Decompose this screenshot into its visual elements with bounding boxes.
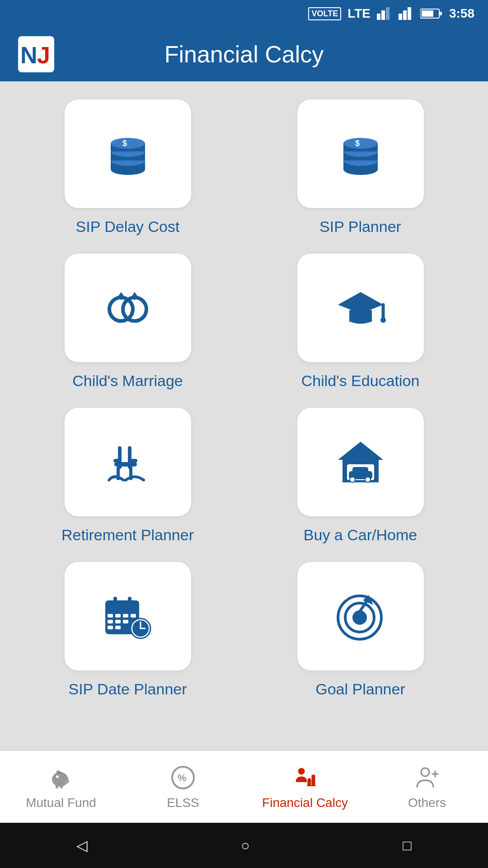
svg-point-49 [365, 477, 371, 482]
card-label-retirement-planner: Retirement Planner [61, 526, 194, 544]
svg-point-75 [64, 779, 69, 783]
back-button[interactable]: ◁ [76, 837, 88, 854]
svg-text:J: J [37, 42, 50, 68]
svg-rect-63 [128, 597, 131, 605]
svg-rect-79 [56, 785, 58, 788]
svg-rect-86 [312, 775, 315, 786]
card-icon-goal-planner [297, 562, 424, 670]
lte-label: LTE [347, 6, 371, 21]
card-icon-retirement-planner [65, 408, 191, 516]
volte-badge: VOLTE [308, 7, 341, 20]
app-title: Financial Calcy [68, 41, 420, 68]
card-icon-buy-car-home [297, 408, 424, 516]
recent-button[interactable]: □ [403, 837, 411, 854]
svg-rect-38 [114, 462, 137, 467]
svg-text:$: $ [122, 139, 127, 148]
signal-icon [377, 7, 392, 20]
app-bar: N J Financial Calcy [0, 27, 488, 81]
nav-others[interactable]: Others [366, 751, 488, 823]
svg-rect-8 [440, 12, 442, 15]
svg-rect-47 [352, 467, 368, 474]
card-icon-childs-marriage [65, 254, 191, 362]
app-logo: N J [18, 36, 54, 72]
nav-mutual-fund[interactable]: Mutual Fund [0, 751, 122, 823]
svg-marker-4 [403, 10, 407, 20]
svg-point-77 [67, 780, 68, 782]
signal-icon-2 [399, 7, 414, 20]
svg-text:$: $ [355, 139, 360, 148]
card-label-sip-planner: SIP Planner [319, 218, 401, 236]
svg-text:N: N [20, 42, 38, 68]
card-childs-marriage[interactable]: Child's Marriage [23, 254, 233, 390]
android-nav-bar: ◁ ○ □ [0, 823, 488, 868]
svg-rect-62 [113, 597, 117, 605]
svg-marker-5 [408, 7, 411, 20]
person-chart-icon [291, 764, 319, 791]
svg-rect-55 [123, 614, 128, 618]
card-sip-planner[interactable]: $ SIP Planner [255, 99, 465, 236]
battery-icon [420, 7, 443, 20]
nav-label-financial-calcy: Financial Calcy [262, 796, 348, 810]
card-icon-sip-planner: $ [297, 99, 424, 208]
card-retirement-planner[interactable]: Retirement Planner [23, 408, 233, 544]
svg-rect-57 [108, 620, 113, 623]
card-label-childs-marriage: Child's Marriage [72, 372, 183, 390]
svg-text:%: % [178, 772, 187, 783]
svg-rect-41 [113, 459, 120, 462]
main-content: $ SIP Delay Cost $ SIP Planner [0, 81, 488, 750]
svg-rect-52 [105, 606, 139, 610]
svg-point-76 [65, 780, 66, 782]
svg-marker-3 [399, 14, 402, 20]
svg-marker-0 [377, 14, 380, 20]
svg-rect-59 [123, 620, 128, 623]
svg-rect-42 [131, 459, 137, 462]
person-add-icon [413, 764, 441, 791]
card-label-sip-delay-cost: SIP Delay Cost [76, 218, 180, 236]
svg-rect-80 [60, 785, 63, 788]
svg-marker-43 [338, 442, 383, 460]
svg-point-25 [343, 138, 378, 149]
piggy-icon [47, 764, 75, 791]
nav-financial-calcy[interactable]: Financial Calcy [244, 751, 366, 823]
nav-label-elss: ELSS [167, 796, 199, 810]
card-childs-education[interactable]: Child's Education [255, 254, 465, 390]
svg-rect-61 [115, 626, 121, 629]
card-label-goal-planner: Goal Planner [315, 680, 405, 698]
bottom-nav: Mutual Fund % ELSS Financial Calcy [0, 750, 488, 823]
svg-rect-53 [108, 614, 113, 618]
card-buy-car-home[interactable]: Buy a Car/Home [255, 408, 465, 544]
svg-point-35 [380, 317, 386, 323]
home-button[interactable]: ○ [241, 837, 249, 854]
svg-point-17 [111, 138, 145, 149]
svg-rect-56 [131, 614, 136, 618]
card-icon-sip-delay-cost: $ [65, 99, 191, 208]
card-icon-sip-date [65, 562, 191, 670]
card-goal-planner[interactable]: Goal Planner [255, 562, 465, 698]
svg-rect-58 [115, 620, 121, 623]
svg-rect-85 [308, 778, 311, 786]
card-label-buy-car-home: Buy a Car/Home [304, 526, 417, 544]
card-label-sip-date: SIP Date Planner [68, 680, 187, 698]
nav-label-mutual-fund: Mutual Fund [26, 796, 96, 810]
svg-marker-2 [386, 7, 389, 20]
svg-rect-7 [422, 10, 433, 17]
time-display: 3:58 [449, 6, 474, 21]
svg-rect-54 [115, 614, 121, 618]
svg-point-88 [421, 768, 429, 776]
svg-marker-1 [381, 10, 385, 20]
svg-point-84 [298, 768, 305, 774]
card-label-childs-education: Child's Education [301, 372, 420, 390]
svg-rect-60 [108, 626, 113, 629]
card-sip-date[interactable]: SIP Date Planner [23, 562, 233, 698]
card-sip-delay-cost[interactable]: $ SIP Delay Cost [23, 99, 233, 236]
card-icon-childs-education [297, 254, 424, 362]
svg-point-48 [350, 477, 355, 482]
percent-icon: % [169, 764, 197, 791]
nav-label-others: Others [408, 796, 446, 810]
nav-elss[interactable]: % ELSS [122, 751, 244, 823]
svg-rect-81 [58, 772, 62, 774]
status-bar: VOLTE LTE 3:58 [0, 0, 488, 27]
